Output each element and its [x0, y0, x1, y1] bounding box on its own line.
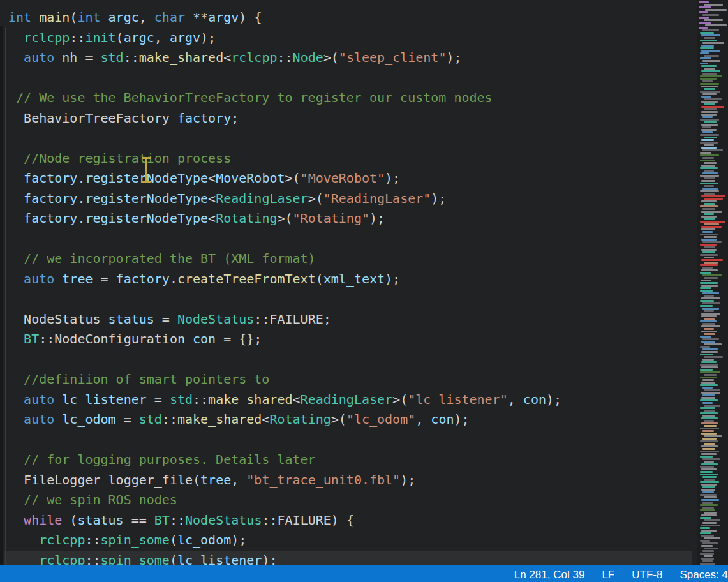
- minimap-line: [699, 11, 708, 13]
- minimap-line: [700, 440, 718, 442]
- minimap-line: [702, 80, 713, 82]
- minimap-line: [704, 519, 720, 521]
- minimap-line: [701, 325, 720, 327]
- minimap-line: [701, 86, 718, 87]
- code-line[interactable]: [8, 350, 561, 370]
- code-line[interactable]: NodeStatus status = NodeStatus::FAILURE;: [8, 310, 561, 330]
- minimap-line: [701, 489, 715, 491]
- minimap-line: [700, 142, 718, 144]
- minimap-line: [704, 443, 715, 445]
- minimap-line: [701, 114, 717, 116]
- minimap-line: [700, 509, 715, 511]
- minimap-line: [701, 297, 720, 299]
- code-line[interactable]: auto nh = std::make_shared<rclcpp::Node>…: [8, 48, 561, 68]
- minimap-line: [702, 93, 717, 95]
- code-line[interactable]: [8, 289, 561, 310]
- minimap-line: [702, 274, 722, 276]
- code-line[interactable]: auto tree = factory.createTreeFromText(x…: [8, 269, 561, 290]
- code-line[interactable]: auto lc_odom = std::make_shared<Rotating…: [8, 410, 561, 430]
- minimap-line: [704, 389, 720, 391]
- minimap-line: [702, 241, 722, 243]
- code-line[interactable]: factory.registerNodeType<Rotating>("Rota…: [8, 209, 561, 229]
- minimap-line: [705, 24, 727, 26]
- minimap-line: [704, 218, 715, 220]
- minimap-line: [702, 348, 718, 350]
- code-line[interactable]: [8, 229, 561, 250]
- minimap-line: [701, 147, 717, 149]
- minimap-line: [701, 165, 715, 167]
- minimap-line: [704, 461, 714, 463]
- code-line[interactable]: [8, 68, 561, 89]
- minimap-line: [700, 160, 715, 161]
- minimap-line: [700, 474, 718, 475]
- minimap-line: [701, 226, 722, 228]
- status-encoding[interactable]: UTF-8: [632, 569, 662, 581]
- minimap-line: [699, 17, 709, 19]
- minimap-line: [700, 40, 717, 41]
- code-line[interactable]: rclcpp::spin_some(lc_odom);: [8, 530, 561, 551]
- code-content: int main(int argc, char **argv) { rclcpp…: [8, 8, 561, 565]
- minimap-line: [702, 231, 713, 233]
- minimap-line: [702, 502, 713, 504]
- minimap-line: [700, 167, 718, 169]
- minimap-line: [700, 57, 711, 59]
- status-indentation[interactable]: Spaces: 4: [680, 569, 728, 581]
- code-line[interactable]: //Node registration process: [8, 149, 561, 169]
- minimap-line: [701, 366, 718, 368]
- minimap-line: [700, 563, 715, 565]
- minimap-line: [704, 318, 715, 320]
- code-line[interactable]: // We use the BehaviorTreeFactory to reg…: [8, 88, 561, 108]
- minimap-line: [704, 4, 723, 6]
- minimap-line: [700, 78, 717, 80]
- code-line[interactable]: auto lc_listener = std::make_shared<Read…: [8, 390, 561, 410]
- minimap-line: [701, 463, 718, 465]
- code-line[interactable]: factory.registerNodeType<MoveRobot>("Mov…: [8, 168, 561, 189]
- status-eol-sequence[interactable]: LF: [602, 569, 614, 581]
- minimap-line: [701, 139, 714, 141]
- minimap-line: [704, 512, 717, 514]
- minimap-line: [701, 70, 720, 72]
- minimap-line: [701, 269, 718, 271]
- minimap-line: [704, 343, 722, 345]
- minimap-line: [704, 555, 713, 557]
- minimap-line: [701, 50, 720, 52]
- minimap-line: [704, 537, 720, 539]
- code-line[interactable]: // for logging purposes. Details later: [8, 450, 561, 470]
- code-line[interactable]: BT::NodeConfiguration con = {};: [8, 329, 561, 350]
- code-line[interactable]: [8, 430, 561, 451]
- code-line[interactable]: rclcpp::init(argc, argv);: [8, 28, 561, 48]
- code-line[interactable]: // we incorporated the BT (XML format): [8, 249, 561, 269]
- minimap-line: [702, 188, 718, 190]
- minimap-line: [699, 6, 711, 8]
- minimap-line: [704, 295, 714, 297]
- code-line[interactable]: while (status == BT::NodeStatus::FAILURE…: [8, 511, 561, 531]
- status-cursor-position[interactable]: Ln 281, Col 39: [514, 569, 585, 581]
- code-line[interactable]: factory.registerNodeType<ReadingLaser>("…: [8, 189, 561, 209]
- minimap-line: [700, 183, 718, 184]
- minimap-line: [702, 402, 713, 404]
- minimap-line: [700, 32, 714, 34]
- minimap-line: [704, 170, 714, 172]
- code-line[interactable]: // we spin ROS nodes: [8, 490, 561, 511]
- code-line[interactable]: int main(int argc, char **argv) {: [8, 8, 561, 28]
- minimap-line: [700, 451, 719, 452]
- minimap-line: [700, 244, 717, 246]
- minimap-line: [700, 471, 713, 473]
- minimap-line: [701, 313, 720, 315]
- minimap-line: [700, 83, 719, 85]
- minimap-line: [700, 152, 711, 154]
- code-line[interactable]: FileLogger logger_file(tree, "bt_trace_u…: [8, 470, 561, 491]
- minimap-line: [702, 116, 713, 118]
- minimap-line: [704, 162, 717, 164]
- code-line[interactable]: //definiion of smart pointers to: [8, 369, 561, 390]
- minimap-line: [700, 63, 708, 64]
- minimap-line: [700, 364, 718, 366]
- minimap-line: [701, 382, 715, 384]
- minimap[interactable]: [697, 0, 728, 565]
- code-line[interactable]: [8, 128, 561, 149]
- code-editor-pane[interactable]: int main(int argc, char **argv) { rclcpp…: [0, 0, 697, 565]
- code-line[interactable]: BehaviorTreeFactory factory;: [8, 108, 561, 129]
- code-line[interactable]: rclcpp::spin_some(lc_listener);: [8, 551, 561, 566]
- ibeam-cursor-icon: [140, 157, 152, 183]
- minimap-line: [704, 98, 722, 100]
